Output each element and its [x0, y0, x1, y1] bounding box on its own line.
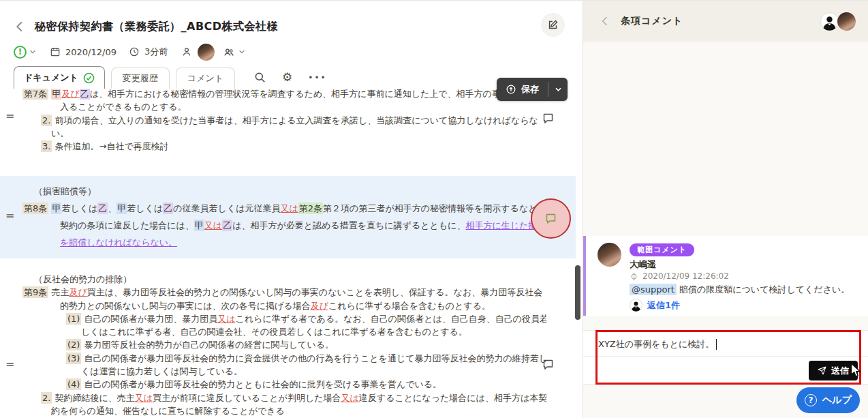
- check-circle-icon: [83, 72, 95, 84]
- group-icon[interactable]: [223, 46, 235, 58]
- tabbar-icons: ⚙ •••: [253, 71, 326, 89]
- document-title: 秘密保持契約書（業務委託）_ABCD株式会社様: [35, 20, 278, 34]
- comments-panel: 条項コメント 範囲コメント 大嶋遥 2020/12/09 12:26:02 @s…: [583, 1, 868, 418]
- status-chevron-down-icon[interactable]: [29, 49, 36, 55]
- document-line: を賠償しなければならない。: [0, 234, 546, 251]
- comment-bubble-icon[interactable]: [542, 359, 555, 371]
- section-drag-marker[interactable]: =: [5, 109, 14, 122]
- comment-text: 賠償の限度額について検討してください。: [679, 284, 850, 295]
- document-line: 第8条 甲若しくは乙、甲若しくは乙の従業員若しくは元従業員又は第2条第２項の第三…: [0, 200, 546, 217]
- clock-icon: [129, 46, 140, 57]
- pencil-square-icon: [547, 19, 559, 31]
- reply-author-avatar: [630, 299, 642, 312]
- contract-review-app: 秘密保持契約書（業務委託）_ABCD株式会社様 ! 2020/12/09 3分前: [0, 0, 868, 418]
- save-button-main[interactable]: 保存: [497, 78, 548, 101]
- comment-author-name: 大嶋遥: [630, 258, 656, 271]
- document-line: （反社会的勢力の排除）: [0, 273, 546, 286]
- document-line: しくはこれに準ずる者、自己の関連会社、その役員若しくはこれに準ずる者を含むものと…: [0, 325, 546, 338]
- range-comment-badge: 範囲コメント: [630, 243, 694, 256]
- section-text: 第7条 甲及び乙は、相手方における秘密情報の管理状況等を調査するため、相手方に事…: [0, 89, 546, 153]
- send-button-label: 送信: [831, 365, 849, 377]
- document-line: (1) 自己の関係者が暴力団、暴力団員又はこれらに準ずる者である。なお、自己の関…: [0, 312, 546, 325]
- document-line: 契約の条項に違反した場合には、甲又は乙は、相手方が必要と認める措置を直ちに講ずる…: [0, 217, 546, 234]
- annotation-circle: [531, 198, 571, 239]
- panel-back-icon[interactable]: [600, 16, 610, 27]
- document-tab-bar: ドキュメント 変更履歴 コメント ⚙ •••: [14, 66, 327, 89]
- document-line: （損害賠償等）: [0, 183, 546, 200]
- user-avatar[interactable]: [837, 12, 856, 31]
- document-line: 入ることができるものとする。: [0, 100, 546, 113]
- save-button[interactable]: 保存: [497, 78, 568, 101]
- status-icon[interactable]: !: [14, 46, 27, 59]
- document-section-sec7[interactable]: 第7条 甲及び乙は、相手方における秘密情報の管理状況等を調査するため、相手方に事…: [0, 89, 576, 153]
- person-icon: [181, 46, 192, 57]
- document-date: 2020/12/09: [65, 47, 117, 57]
- reply-count-link[interactable]: 返信1件: [647, 299, 680, 312]
- composer-divider: [583, 356, 868, 357]
- tab-document-label: ドキュメント: [24, 72, 78, 84]
- comment-author-avatar: [598, 243, 621, 267]
- document-section-sec9[interactable]: （反社会的勢力の排除）第9条 売主及び買主は、暴力団等反社会的勢力との関係ないし…: [0, 270, 576, 417]
- back-icon[interactable]: [14, 20, 26, 33]
- calendar-icon: [50, 46, 61, 57]
- document-body[interactable]: 第7条 甲及び乙は、相手方における秘密情報の管理状況等を調査するため、相手方に事…: [0, 89, 583, 418]
- document-title-row: 秘密保持契約書（業務委託）_ABCD株式会社様: [14, 16, 278, 38]
- save-button-label: 保存: [521, 83, 539, 95]
- section-text: （反社会的勢力の排除）第9条 売主及び買主は、暴力団等反社会的勢力との関係ないし…: [0, 270, 546, 417]
- comment-thread-card[interactable]: 範囲コメント 大嶋遥 2020/12/09 12:26:02 @support賠…: [583, 236, 868, 316]
- document-scrollbar-thumb[interactable]: [575, 265, 580, 320]
- tab-document[interactable]: ドキュメント: [14, 66, 105, 89]
- document-line: 2. 契約締結後に、売主又は買主が前項に違反していることが判明した場合又は違反す…: [0, 391, 546, 404]
- document-line: 約を何らの通知、催告なしに直ちに解除することができる: [0, 404, 546, 417]
- document-line: (4) 自己の関係者が暴力団等反社会的勢力とともに社会的に批判を受ける事業を営ん…: [0, 378, 546, 391]
- send-button[interactable]: 送信: [809, 361, 858, 380]
- comment-bubble-icon[interactable]: [545, 213, 557, 224]
- tab-comments[interactable]: コメント: [176, 68, 235, 89]
- document-line: (3) 自己の関係者が暴力団等反社会的勢力に資金提供その他の行為を行うことを通じ…: [0, 352, 546, 365]
- reply-composer: XYZ社の事例をもとに検討。 送信: [583, 330, 868, 385]
- search-icon[interactable]: [253, 71, 266, 84]
- question-circle-icon: ?: [805, 394, 817, 406]
- tab-history-label: 変更履歴: [123, 72, 158, 85]
- mention-chip[interactable]: @support: [630, 284, 677, 295]
- document-line: 第9条 売主及び買主は、暴力団等反社会的勢力との関係ないし関与の事実のないことを…: [0, 286, 546, 299]
- text-caret: [716, 339, 717, 350]
- last-updated: 3分前: [144, 46, 168, 58]
- comments-panel-header: 条項コメント: [583, 1, 868, 42]
- comment-timestamp-row: 2020/12/09 12:26:02: [630, 271, 729, 281]
- document-line: 2. 前項の場合、立入りの通知を受けた当事者は、相手方による立入調査を承諾し、当…: [0, 114, 546, 127]
- section-text: （損害賠償等）第8条 甲若しくは乙、甲若しくは乙の従業員若しくは元従業員又は第2…: [0, 176, 546, 251]
- gear-icon[interactable]: ⚙: [282, 72, 292, 83]
- watch-icon: [630, 272, 638, 281]
- section-drag-marker[interactable]: =: [5, 209, 14, 222]
- document-line: くは運営に協力若しくは関与している。: [0, 365, 546, 378]
- edit-title-button[interactable]: [541, 13, 565, 37]
- reply-input[interactable]: XYZ社の事例をもとに検討。: [598, 338, 717, 350]
- document-panel: 秘密保持契約書（業務委託）_ABCD株式会社様 ! 2020/12/09 3分前: [0, 1, 583, 418]
- document-section-sec8[interactable]: （損害賠償等）第8条 甲若しくは乙、甲若しくは乙の従業員若しくは元従業員又は第2…: [0, 176, 576, 258]
- section-drag-marker[interactable]: =: [5, 357, 14, 370]
- help-button-label: ヘルプ: [822, 394, 852, 406]
- document-line: 3. 条件追加。→自社で再度検討: [0, 140, 546, 153]
- document-line: 第7条 甲及び乙は、相手方における秘密情報の管理状況等を調査するため、相手方に事…: [0, 89, 546, 100]
- comment-bubble-icon[interactable]: [542, 113, 555, 125]
- comments-panel-title: 条項コメント: [621, 15, 683, 27]
- participant-avatars: [820, 12, 856, 31]
- document-line: 的勢力との関係ないし関与の事実には、次の各号に掲げる場合及びこれらに準ずる場合を…: [0, 299, 546, 312]
- upload-circle-icon: [506, 84, 516, 95]
- reply-count-row[interactable]: 返信1件: [630, 299, 680, 312]
- group-chevron-down-icon[interactable]: [238, 49, 245, 55]
- support-avatar[interactable]: [820, 12, 839, 31]
- paper-plane-icon: [818, 366, 826, 375]
- owner-avatar[interactable]: [198, 44, 215, 61]
- help-button[interactable]: ? ヘルプ: [796, 387, 860, 413]
- tab-comments-label: コメント: [187, 72, 223, 85]
- document-meta-row: ! 2020/12/09 3分前: [14, 44, 245, 60]
- comment-message: @support賠償の限度額について検討してください。: [630, 284, 850, 296]
- tab-history[interactable]: 変更履歴: [111, 68, 170, 89]
- document-line: (2) 暴力団等反社会的勢力が自己の関係者の経営に関与している。: [0, 338, 546, 351]
- save-chevron-down-icon[interactable]: [548, 78, 568, 101]
- document-line: い。: [0, 127, 546, 140]
- reply-draft-text: XYZ社の事例をもとに検討。: [598, 338, 714, 350]
- more-menu-icon[interactable]: •••: [308, 73, 326, 83]
